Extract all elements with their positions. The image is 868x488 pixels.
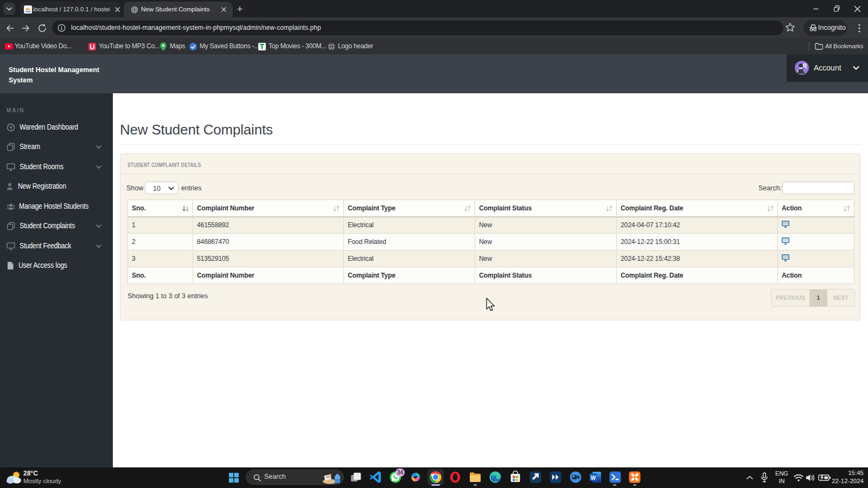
svg-text:PMA: PMA xyxy=(25,10,30,13)
svg-text:W: W xyxy=(591,475,596,481)
